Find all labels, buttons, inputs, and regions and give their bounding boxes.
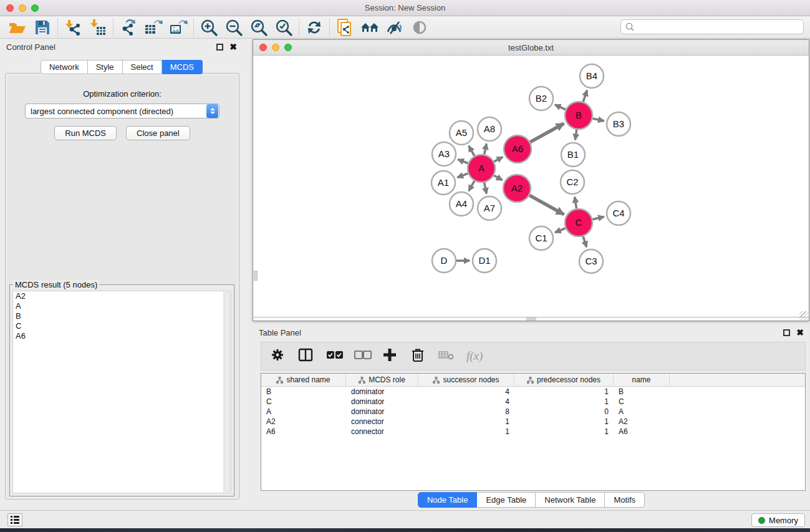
delete-columns-button[interactable] [410,348,425,364]
table-cell[interactable]: A [261,407,346,416]
graph-node-C1[interactable]: C1 [529,226,553,250]
tab-network[interactable]: Network [41,60,88,74]
float-panel-icon[interactable] [216,44,223,51]
column-header-MCDS-role[interactable]: MCDS role [346,374,418,386]
table-cell[interactable]: A2 [614,417,670,426]
window-resize-grip[interactable] [799,311,808,320]
mcds-result-list[interactable]: A2ABCA6 [12,291,231,493]
table-cell[interactable]: A2 [261,417,346,426]
tab-motifs[interactable]: Motifs [605,492,645,508]
table-cell[interactable]: A6 [261,427,346,436]
table-row[interactable]: Cdominator41C [261,397,805,407]
search-field[interactable] [620,19,804,34]
mcds-list-scrollbar[interactable] [223,291,231,493]
mcds-result-item[interactable]: C [13,321,231,331]
close-panel-icon[interactable]: ✖ [229,44,237,51]
graph-edge-A-A2[interactable] [494,175,502,180]
network-overview-button[interactable] [357,17,382,37]
graph-edge-A2-C[interactable] [529,195,564,215]
table-cell[interactable]: 4 [418,387,514,396]
optimization-criterion-select[interactable]: largest connected component (directed) [25,104,219,118]
network-horizontal-scrollbar[interactable] [253,317,809,321]
table-cell[interactable]: 8 [418,407,514,416]
graph-node-B4[interactable]: B4 [580,64,604,88]
graph-node-B3[interactable]: B3 [607,112,630,136]
graph-node-A1[interactable]: A1 [432,171,455,195]
table-cell[interactable]: 1 [418,427,514,436]
network-hscroll-thumb[interactable] [526,317,536,321]
graph-node-D[interactable]: D [432,249,456,273]
graph-edge-C-C4[interactable] [592,216,604,219]
mcds-result-item[interactable]: B [13,311,231,321]
tab-edge-table[interactable]: Edge Table [477,492,536,508]
table-cell[interactable]: 0 [514,407,614,416]
zoom-selected-button[interactable] [271,17,296,37]
graph-edge-C-C1[interactable] [555,228,566,233]
graph-node-A7[interactable]: A7 [478,196,501,220]
network-window-titlebar[interactable]: testGlobe.txt [253,40,809,56]
graph-edge-A-A5[interactable] [469,146,475,156]
save-session-button[interactable] [30,17,55,37]
show-log-button[interactable] [7,513,22,526]
table-cell[interactable]: connector [346,417,418,426]
unselect-all-rows-button[interactable] [354,350,369,362]
graph-node-C2[interactable]: C2 [561,170,584,194]
zoom-out-button[interactable] [221,17,246,37]
table-cell[interactable]: 1 [514,397,614,406]
tab-node-table[interactable]: Node Table [418,492,478,508]
graph-node-C4[interactable]: C4 [607,201,630,225]
graph-node-D1[interactable]: D1 [473,249,496,273]
table-cell[interactable]: 1 [514,387,614,396]
graph-edge-B-B2[interactable] [555,105,566,110]
table-row[interactable]: A6connector11A6 [261,427,805,437]
network-vertical-scrollbar[interactable] [254,271,258,281]
float-table-panel-icon[interactable] [783,329,790,336]
table-cell[interactable]: A [614,407,670,416]
add-column-button[interactable] [382,348,397,364]
mcds-result-item[interactable]: A [13,301,231,311]
tab-style[interactable]: Style [88,60,123,74]
table-cell[interactable]: dominator [346,397,418,406]
graph-edge-A6-B[interactable] [530,123,564,142]
close-panel-button[interactable]: Close panel [126,126,190,140]
graph-node-B2[interactable]: B2 [529,87,553,110]
table-cell[interactable]: dominator [346,387,418,396]
column-header-name[interactable]: name [614,374,670,386]
graph-edge-B-B1[interactable] [575,130,576,140]
table-row[interactable]: Bdominator41B [261,387,805,397]
table-row[interactable]: A2connector11A2 [261,417,805,427]
table-cell[interactable]: A6 [614,427,670,436]
graph-edge-A-A6[interactable] [494,157,503,162]
delete-table-button[interactable] [438,349,453,363]
function-builder-icon[interactable]: f(x) [466,349,481,363]
graph-node-A[interactable]: A [468,155,495,182]
mcds-result-item[interactable]: A2 [13,291,231,301]
network-canvas[interactable]: B4B2BB3A5A8A6A3B1AA1C2A2A4A7C4CC1C3DD1 [253,56,809,317]
hide-graphics-details-button[interactable] [382,17,407,37]
zoom-fit-button[interactable] [246,17,271,37]
search-input[interactable] [635,21,803,33]
column-header-shared-name[interactable]: shared name [261,374,346,386]
table-cell[interactable]: B [614,387,670,396]
import-table-button[interactable] [85,17,110,37]
export-image-button[interactable] [166,17,191,37]
graph-edge-C-C3[interactable] [583,236,587,247]
tab-select[interactable]: Select [123,60,162,74]
graph-edge-C-C2[interactable] [575,197,577,209]
graph-node-A2[interactable]: A2 [503,175,531,202]
graph-node-C3[interactable]: C3 [579,249,603,273]
graph-node-A8[interactable]: A8 [478,117,501,141]
table-cell[interactable]: connector [346,427,418,436]
graph-edge-B-B4[interactable] [583,90,587,102]
graph-edge-A-A1[interactable] [457,173,468,177]
graph-edge-A-A4[interactable] [469,181,475,191]
graph-edge-A-A8[interactable] [485,144,487,155]
open-in-ndex-button[interactable] [332,17,357,37]
table-cell[interactable]: C [261,397,346,406]
close-table-panel-icon[interactable]: ✖ [796,329,804,336]
graph-node-C[interactable]: C [565,209,592,236]
graph-edge-A-A3[interactable] [458,160,468,163]
run-mcds-button[interactable]: Run MCDS [54,126,117,140]
mcds-result-item[interactable]: A6 [13,331,231,341]
table-cell[interactable]: B [261,387,346,396]
